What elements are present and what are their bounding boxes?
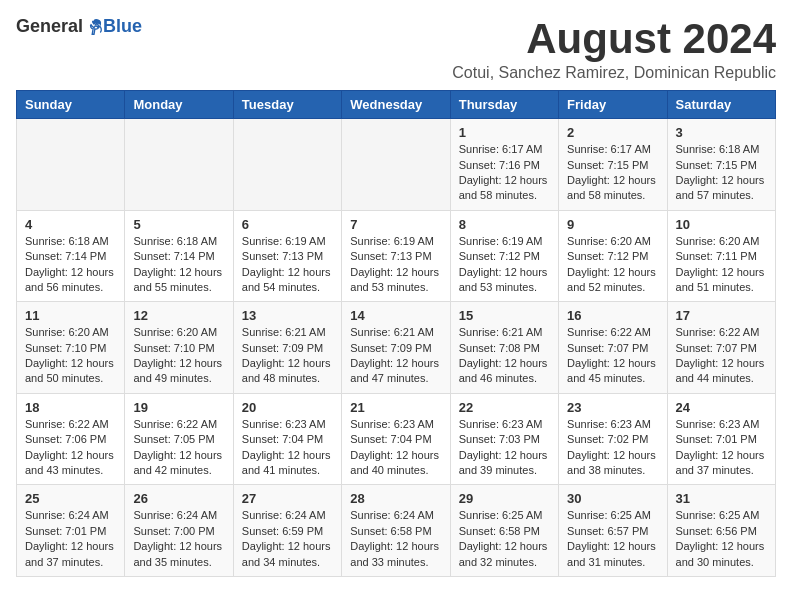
day-number: 24: [676, 400, 767, 415]
day-number: 23: [567, 400, 658, 415]
calendar-day-cell: 7Sunrise: 6:19 AMSunset: 7:13 PMDaylight…: [342, 210, 450, 302]
day-content: Sunrise: 6:20 AMSunset: 7:12 PMDaylight:…: [567, 234, 658, 296]
day-content: Sunrise: 6:22 AMSunset: 7:07 PMDaylight:…: [567, 325, 658, 387]
calendar-day-cell: 30Sunrise: 6:25 AMSunset: 6:57 PMDayligh…: [559, 485, 667, 577]
day-content: Sunrise: 6:17 AMSunset: 7:16 PMDaylight:…: [459, 142, 550, 204]
day-number: 29: [459, 491, 550, 506]
calendar-day-cell: 2Sunrise: 6:17 AMSunset: 7:15 PMDaylight…: [559, 119, 667, 211]
day-number: 21: [350, 400, 441, 415]
calendar-day-cell: 22Sunrise: 6:23 AMSunset: 7:03 PMDayligh…: [450, 393, 558, 485]
day-content: Sunrise: 6:20 AMSunset: 7:10 PMDaylight:…: [25, 325, 116, 387]
logo-blue-text: Blue: [103, 16, 142, 37]
calendar-day-cell: 31Sunrise: 6:25 AMSunset: 6:56 PMDayligh…: [667, 485, 775, 577]
calendar-day-cell: 9Sunrise: 6:20 AMSunset: 7:12 PMDaylight…: [559, 210, 667, 302]
day-number: 28: [350, 491, 441, 506]
day-content: Sunrise: 6:23 AMSunset: 7:04 PMDaylight:…: [242, 417, 333, 479]
day-header-monday: Monday: [125, 91, 233, 119]
calendar-day-cell: 24Sunrise: 6:23 AMSunset: 7:01 PMDayligh…: [667, 393, 775, 485]
calendar-empty-cell: [342, 119, 450, 211]
calendar-day-cell: 8Sunrise: 6:19 AMSunset: 7:12 PMDaylight…: [450, 210, 558, 302]
day-content: Sunrise: 6:21 AMSunset: 7:08 PMDaylight:…: [459, 325, 550, 387]
day-number: 15: [459, 308, 550, 323]
day-content: Sunrise: 6:22 AMSunset: 7:07 PMDaylight:…: [676, 325, 767, 387]
calendar-week-row: 18Sunrise: 6:22 AMSunset: 7:06 PMDayligh…: [17, 393, 776, 485]
calendar-day-cell: 17Sunrise: 6:22 AMSunset: 7:07 PMDayligh…: [667, 302, 775, 394]
day-content: Sunrise: 6:25 AMSunset: 6:57 PMDaylight:…: [567, 508, 658, 570]
day-number: 30: [567, 491, 658, 506]
calendar-day-cell: 12Sunrise: 6:20 AMSunset: 7:10 PMDayligh…: [125, 302, 233, 394]
day-content: Sunrise: 6:21 AMSunset: 7:09 PMDaylight:…: [242, 325, 333, 387]
day-content: Sunrise: 6:17 AMSunset: 7:15 PMDaylight:…: [567, 142, 658, 204]
day-content: Sunrise: 6:18 AMSunset: 7:15 PMDaylight:…: [676, 142, 767, 204]
day-content: Sunrise: 6:20 AMSunset: 7:11 PMDaylight:…: [676, 234, 767, 296]
day-content: Sunrise: 6:24 AMSunset: 7:00 PMDaylight:…: [133, 508, 224, 570]
day-number: 10: [676, 217, 767, 232]
calendar-day-cell: 14Sunrise: 6:21 AMSunset: 7:09 PMDayligh…: [342, 302, 450, 394]
day-number: 18: [25, 400, 116, 415]
logo-general-text: General: [16, 16, 83, 37]
day-content: Sunrise: 6:23 AMSunset: 7:02 PMDaylight:…: [567, 417, 658, 479]
calendar-day-cell: 6Sunrise: 6:19 AMSunset: 7:13 PMDaylight…: [233, 210, 341, 302]
calendar-day-cell: 26Sunrise: 6:24 AMSunset: 7:00 PMDayligh…: [125, 485, 233, 577]
day-number: 19: [133, 400, 224, 415]
day-number: 11: [25, 308, 116, 323]
day-number: 2: [567, 125, 658, 140]
day-number: 1: [459, 125, 550, 140]
logo-bird-icon: [85, 18, 103, 36]
calendar-day-cell: 27Sunrise: 6:24 AMSunset: 6:59 PMDayligh…: [233, 485, 341, 577]
title-section: August 2024 Cotui, Sanchez Ramirez, Domi…: [452, 16, 776, 82]
calendar-day-cell: 29Sunrise: 6:25 AMSunset: 6:58 PMDayligh…: [450, 485, 558, 577]
day-number: 8: [459, 217, 550, 232]
day-header-wednesday: Wednesday: [342, 91, 450, 119]
calendar-day-cell: 19Sunrise: 6:22 AMSunset: 7:05 PMDayligh…: [125, 393, 233, 485]
day-number: 12: [133, 308, 224, 323]
day-content: Sunrise: 6:18 AMSunset: 7:14 PMDaylight:…: [25, 234, 116, 296]
calendar-day-cell: 25Sunrise: 6:24 AMSunset: 7:01 PMDayligh…: [17, 485, 125, 577]
day-number: 17: [676, 308, 767, 323]
day-number: 22: [459, 400, 550, 415]
day-number: 7: [350, 217, 441, 232]
day-content: Sunrise: 6:25 AMSunset: 6:58 PMDaylight:…: [459, 508, 550, 570]
logo: General Blue: [16, 16, 142, 37]
day-content: Sunrise: 6:23 AMSunset: 7:03 PMDaylight:…: [459, 417, 550, 479]
day-content: Sunrise: 6:22 AMSunset: 7:05 PMDaylight:…: [133, 417, 224, 479]
day-number: 3: [676, 125, 767, 140]
day-header-friday: Friday: [559, 91, 667, 119]
day-content: Sunrise: 6:19 AMSunset: 7:12 PMDaylight:…: [459, 234, 550, 296]
day-header-sunday: Sunday: [17, 91, 125, 119]
location-subtitle: Cotui, Sanchez Ramirez, Dominican Republ…: [452, 64, 776, 82]
month-title: August 2024: [452, 16, 776, 62]
calendar-day-cell: 16Sunrise: 6:22 AMSunset: 7:07 PMDayligh…: [559, 302, 667, 394]
day-number: 5: [133, 217, 224, 232]
day-number: 16: [567, 308, 658, 323]
calendar-day-cell: 23Sunrise: 6:23 AMSunset: 7:02 PMDayligh…: [559, 393, 667, 485]
calendar-day-cell: 3Sunrise: 6:18 AMSunset: 7:15 PMDaylight…: [667, 119, 775, 211]
day-content: Sunrise: 6:22 AMSunset: 7:06 PMDaylight:…: [25, 417, 116, 479]
day-number: 13: [242, 308, 333, 323]
calendar-week-row: 25Sunrise: 6:24 AMSunset: 7:01 PMDayligh…: [17, 485, 776, 577]
day-number: 4: [25, 217, 116, 232]
day-content: Sunrise: 6:20 AMSunset: 7:10 PMDaylight:…: [133, 325, 224, 387]
calendar-week-row: 4Sunrise: 6:18 AMSunset: 7:14 PMDaylight…: [17, 210, 776, 302]
day-number: 26: [133, 491, 224, 506]
day-number: 20: [242, 400, 333, 415]
calendar-day-cell: 21Sunrise: 6:23 AMSunset: 7:04 PMDayligh…: [342, 393, 450, 485]
calendar-day-cell: 11Sunrise: 6:20 AMSunset: 7:10 PMDayligh…: [17, 302, 125, 394]
calendar-day-cell: 18Sunrise: 6:22 AMSunset: 7:06 PMDayligh…: [17, 393, 125, 485]
day-content: Sunrise: 6:24 AMSunset: 6:58 PMDaylight:…: [350, 508, 441, 570]
day-number: 9: [567, 217, 658, 232]
day-number: 6: [242, 217, 333, 232]
day-content: Sunrise: 6:23 AMSunset: 7:04 PMDaylight:…: [350, 417, 441, 479]
calendar-header-row: SundayMondayTuesdayWednesdayThursdayFrid…: [17, 91, 776, 119]
day-content: Sunrise: 6:24 AMSunset: 6:59 PMDaylight:…: [242, 508, 333, 570]
day-header-tuesday: Tuesday: [233, 91, 341, 119]
day-content: Sunrise: 6:21 AMSunset: 7:09 PMDaylight:…: [350, 325, 441, 387]
calendar-day-cell: 28Sunrise: 6:24 AMSunset: 6:58 PMDayligh…: [342, 485, 450, 577]
day-content: Sunrise: 6:19 AMSunset: 7:13 PMDaylight:…: [242, 234, 333, 296]
day-header-saturday: Saturday: [667, 91, 775, 119]
calendar-day-cell: 1Sunrise: 6:17 AMSunset: 7:16 PMDaylight…: [450, 119, 558, 211]
day-number: 27: [242, 491, 333, 506]
day-number: 31: [676, 491, 767, 506]
calendar-empty-cell: [233, 119, 341, 211]
day-number: 25: [25, 491, 116, 506]
